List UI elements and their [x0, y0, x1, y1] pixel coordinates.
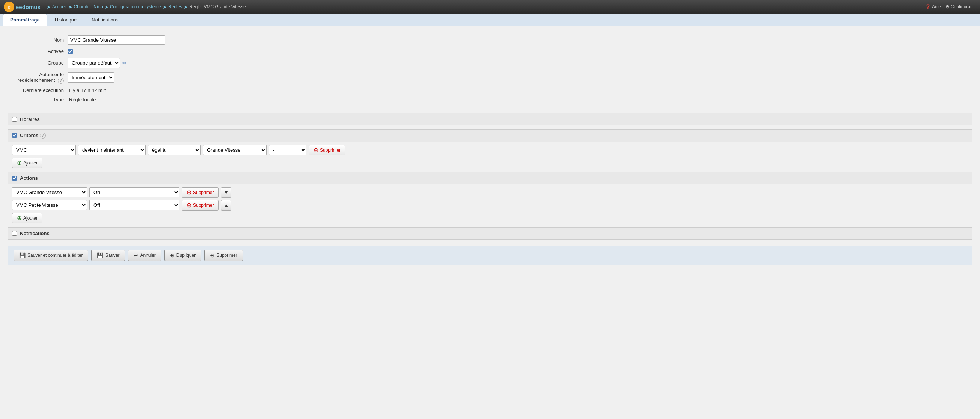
criteres-checkbox[interactable]	[12, 133, 17, 138]
form-row-autoriser: Autoriser le redéclenchement ? Immédiate…	[8, 72, 972, 84]
logo-name: eedomus	[16, 4, 41, 10]
criteria-condition-select-0[interactable]: devient maintenant	[78, 145, 146, 155]
breadcrumb-item-2[interactable]: ➤ Configuration du système	[104, 4, 161, 10]
minus-circle-icon-action-0: ⊖	[187, 190, 191, 196]
save-button[interactable]: 💾 Sauver	[91, 250, 125, 261]
action-delete-button-1[interactable]: ⊖ Supprimer	[182, 200, 218, 210]
topbar: e eedomus ➤ Accueil ➤ Chambre Nina ➤ Con…	[0, 0, 980, 14]
form-section: Nom Activée Groupe Groupe par défaut ✏ A…	[8, 32, 972, 109]
horaires-section-header[interactable]: Horaires	[8, 113, 972, 126]
notifications-checkbox[interactable]	[12, 231, 17, 236]
action-value-select-1[interactable]: Off	[89, 200, 180, 210]
type-value: Règle locale	[69, 97, 96, 102]
actions-checkbox[interactable]	[12, 176, 17, 181]
groupe-label: Groupe	[8, 60, 68, 66]
form-row-type: Type Règle locale	[8, 97, 972, 102]
topbar-actions: ❓ Aide ⚙ Configurati...	[925, 4, 976, 10]
arrow-icon-3: ➤	[162, 4, 167, 10]
breadcrumb-item-0[interactable]: ➤ Accueil	[46, 4, 67, 10]
criteres-section-header[interactable]: Critères ?	[8, 129, 972, 142]
main-content: Nom Activée Groupe Groupe par défaut ✏ A…	[0, 26, 980, 271]
plus-circle-icon: ⊕	[17, 160, 22, 166]
breadcrumb-current: Règle: VMC Grande Vitesse	[189, 4, 246, 10]
breadcrumb-link-0[interactable]: Accueil	[52, 4, 67, 10]
action-move-down-button-0[interactable]: ▼	[221, 187, 231, 198]
duplicate-button[interactable]: ⊕ Dupliquer	[164, 250, 201, 261]
duplicate-icon: ⊕	[170, 252, 175, 258]
criteres-help-icon[interactable]: ?	[40, 132, 46, 139]
activee-label: Activée	[8, 48, 68, 54]
derniere-exec-value: Il y a 17 h 42 min	[69, 88, 106, 93]
action-value-select-0[interactable]: On	[89, 187, 180, 198]
action-row-0: VMC Grande Vitesse On ⊖ Supprimer ▼	[8, 187, 972, 198]
criteria-device-select-0[interactable]: VMC	[12, 145, 76, 155]
breadcrumb-link-2[interactable]: Configuration du système	[110, 4, 161, 10]
logo-icon: e	[4, 2, 14, 12]
criteres-content: VMC devient maintenant égal à Grande Vit…	[8, 145, 972, 168]
groupe-select[interactable]: Groupe par défaut	[68, 58, 120, 68]
horaires-checkbox[interactable]	[12, 117, 17, 122]
breadcrumb: ➤ Accueil ➤ Chambre Nina ➤ Configuration…	[46, 4, 925, 10]
horaires-label: Horaires	[20, 116, 40, 122]
tab-notifications[interactable]: Notifications	[84, 14, 126, 25]
autoriser-help-icon[interactable]: ?	[58, 78, 64, 84]
breadcrumb-link-1[interactable]: Chambre Nina	[74, 4, 103, 10]
minus-circle-icon-action-1: ⊖	[187, 202, 191, 209]
autoriser-label: Autoriser le redéclenchement ?	[8, 72, 68, 84]
config-button[interactable]: ⚙ Configurati...	[945, 4, 976, 10]
tab-historique[interactable]: Historique	[48, 14, 84, 25]
notifications-label: Notifications	[20, 231, 49, 236]
breadcrumb-link-3[interactable]: Règles	[168, 4, 182, 10]
nom-input[interactable]	[68, 35, 165, 45]
action-row-1: VMC Petite Vitesse Off ⊖ Supprimer ▲	[8, 200, 972, 210]
delete-icon: ⊖	[210, 252, 215, 258]
criteres-add-button[interactable]: ⊕ Ajouter	[12, 158, 43, 168]
criteria-value-select-0[interactable]: Grande Vitesse	[203, 145, 267, 155]
criteria-extra-select-0[interactable]: -	[269, 145, 306, 155]
arrow-icon-2: ➤	[104, 4, 108, 10]
activee-checkbox[interactable]	[68, 49, 73, 54]
actions-label: Actions	[20, 175, 38, 181]
groupe-edit-icon[interactable]: ✏	[123, 60, 127, 66]
derniere-exec-label: Dernière exécution	[8, 88, 68, 93]
action-device-select-0[interactable]: VMC Grande Vitesse	[12, 187, 87, 198]
actions-section-header[interactable]: Actions	[8, 172, 972, 184]
chevron-down-icon: ▼	[224, 190, 229, 195]
chevron-up-icon: ▲	[224, 202, 229, 208]
gear-icon: ⚙	[945, 4, 950, 10]
breadcrumb-item-1[interactable]: ➤ Chambre Nina	[68, 4, 103, 10]
breadcrumb-item-3[interactable]: ➤ Règles	[162, 4, 182, 10]
logo: e eedomus	[4, 2, 41, 12]
action-bar: 💾 Sauver et continuer à éditer 💾 Sauver …	[8, 245, 972, 265]
notifications-section-header[interactable]: Notifications	[8, 227, 972, 239]
delete-button[interactable]: ⊖ Supprimer	[204, 250, 243, 261]
criteres-label: Critères	[20, 132, 38, 138]
cancel-icon: ↩	[134, 252, 138, 258]
save-continue-button[interactable]: 💾 Sauver et continuer à éditer	[14, 250, 88, 261]
action-move-up-button-1[interactable]: ▲	[221, 200, 231, 210]
cancel-button[interactable]: ↩ Annuler	[128, 250, 161, 261]
criteria-row-0: VMC devient maintenant égal à Grande Vit…	[8, 145, 972, 155]
arrow-icon-1: ➤	[68, 4, 72, 10]
form-row-derniere-exec: Dernière exécution Il y a 17 h 42 min	[8, 88, 972, 93]
tab-parametrage[interactable]: Paramétrage	[3, 14, 47, 26]
arrow-icon-4: ➤	[184, 4, 188, 10]
autoriser-select[interactable]: Immédiatement Jamais	[68, 72, 114, 83]
form-row-groupe: Groupe Groupe par défaut ✏	[8, 58, 972, 68]
aide-button[interactable]: ❓ Aide	[925, 4, 941, 10]
actions-add-button[interactable]: ⊕ Ajouter	[12, 213, 43, 223]
help-circle-icon: ❓	[925, 4, 931, 10]
action-device-select-1[interactable]: VMC Petite Vitesse	[12, 200, 87, 210]
save-continue-icon: 💾	[19, 252, 25, 258]
form-row-nom: Nom	[8, 35, 972, 45]
nom-label: Nom	[8, 37, 68, 43]
tabs-bar: Paramétrage Historique Notifications	[0, 14, 980, 26]
criteria-comparator-select-0[interactable]: égal à	[148, 145, 200, 155]
breadcrumb-item-4: ➤ Règle: VMC Grande Vitesse	[184, 4, 246, 10]
actions-content: VMC Grande Vitesse On ⊖ Supprimer ▼ VMC …	[8, 187, 972, 223]
plus-circle-icon-actions: ⊕	[17, 215, 22, 221]
action-delete-button-0[interactable]: ⊖ Supprimer	[182, 187, 218, 198]
criteria-delete-button-0[interactable]: ⊖ Supprimer	[309, 145, 345, 155]
arrow-icon-0: ➤	[46, 4, 51, 10]
save-icon: 💾	[97, 252, 103, 258]
